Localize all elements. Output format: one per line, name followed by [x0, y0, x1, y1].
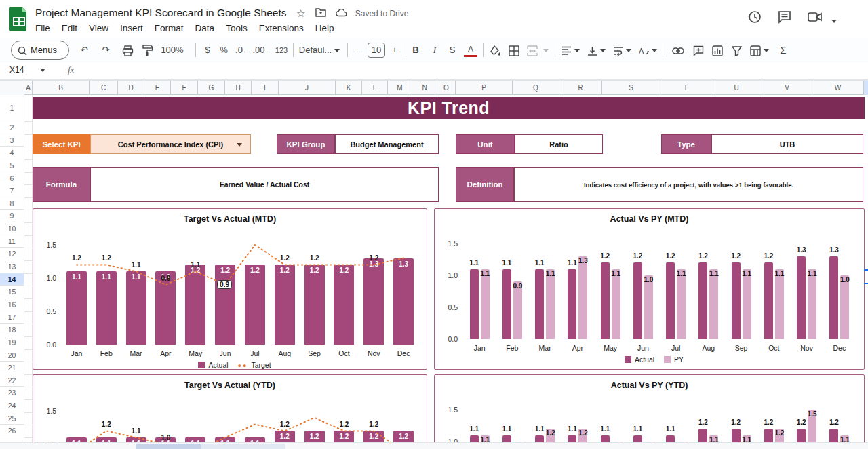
text-wrap-button[interactable] [610, 42, 633, 58]
fill-color-button[interactable] [487, 42, 503, 58]
column-header-P[interactable]: P [456, 81, 513, 95]
row-header-3[interactable]: 3 [0, 134, 24, 147]
chart-target-vs-actual-mtd-[interactable]: Target Vs Actual (MTD)0.00.51.01.51.11.1… [33, 208, 427, 370]
formula-value[interactable]: Earned Value / Actual Cost [90, 167, 439, 202]
column-header-D[interactable]: D [118, 81, 144, 95]
column-header-G[interactable]: G [198, 81, 225, 95]
chart-target-vs-actual-ytd-[interactable]: Target Vs Actual (YTD)0.00.51.01.51.11.1… [33, 374, 427, 449]
borders-button[interactable] [506, 42, 522, 58]
font-select[interactable]: Defaul... [298, 42, 340, 58]
row-header-14[interactable]: 14 [0, 273, 24, 286]
select-all-corner[interactable] [0, 81, 24, 95]
column-header-U[interactable]: U [711, 81, 762, 95]
functions-button[interactable]: Σ [776, 42, 791, 58]
row-header-20[interactable]: 20 [0, 349, 24, 362]
merge-cells-button[interactable] [526, 42, 549, 58]
fx-icon[interactable]: fx [68, 64, 74, 75]
saved-status[interactable]: Saved to Drive [355, 9, 409, 18]
toolbar-search-menus[interactable]: Menus [11, 41, 69, 60]
column-header-S[interactable]: S [602, 81, 660, 95]
column-header-C[interactable]: C [90, 81, 118, 95]
text-color-button[interactable]: A [464, 43, 477, 57]
increase-decimal-button[interactable]: .00→ [252, 42, 271, 58]
row-header-19[interactable]: 19 [0, 336, 24, 349]
bottom-band-segment-dark[interactable] [136, 444, 201, 449]
table-tools-button[interactable] [747, 42, 772, 58]
menu-insert[interactable]: Insert [120, 23, 143, 33]
row-header-24[interactable]: 24 [0, 399, 24, 412]
row-header-11[interactable]: 11 [0, 235, 24, 248]
doc-title[interactable]: Project Management KPI Scorecard in Goog… [35, 7, 286, 18]
row-header-15[interactable]: 15 [0, 286, 24, 298]
row-header-13[interactable]: 13 [0, 260, 24, 273]
redo-button[interactable]: ↷ [98, 42, 114, 58]
column-header-E[interactable]: E [144, 81, 171, 95]
zoom-select[interactable]: 100% [157, 42, 187, 58]
unit-value[interactable]: Ratio [515, 134, 603, 154]
column-header-O[interactable]: O [437, 81, 456, 95]
row-header-10[interactable]: 10 [0, 222, 24, 235]
italic-button[interactable]: I [429, 42, 441, 58]
text-rotation-button[interactable]: A [636, 42, 659, 58]
column-a-strip[interactable] [24, 95, 33, 449]
column-header-J[interactable]: J [279, 81, 336, 95]
row-header-7[interactable]: 7 [0, 184, 24, 197]
row-header-6[interactable]: 6 [0, 172, 24, 185]
version-history-icon[interactable] [747, 9, 764, 26]
undo-button[interactable]: ↶ [76, 42, 92, 58]
print-button[interactable] [119, 42, 136, 58]
format-currency-button[interactable]: $ [201, 42, 214, 58]
comments-icon[interactable] [777, 9, 793, 26]
chart-actual-vs-py-mtd-[interactable]: Actual Vs PY (MTD)0.00.51.01.51.11.11.11… [434, 208, 865, 370]
insert-chart-button[interactable] [709, 42, 726, 58]
kpi-trend-banner[interactable]: KPI Trend [33, 97, 865, 119]
menu-edit[interactable]: Edit [62, 23, 77, 33]
definition-value[interactable]: Indicates cost efficiency of a project, … [514, 167, 863, 202]
menu-data[interactable]: Data [195, 23, 215, 33]
more-formats-button[interactable]: 123 [273, 42, 290, 58]
row-header-21[interactable]: 21 [0, 362, 24, 374]
kpi-select-dropdown[interactable]: Cost Performance Index (CPI) [90, 134, 251, 154]
column-header-V[interactable]: V [762, 81, 812, 95]
column-header-W[interactable]: W [812, 81, 864, 95]
menu-help[interactable]: Help [315, 23, 334, 33]
insert-comment-button[interactable] [690, 42, 707, 58]
meet-dropdown-caret[interactable] [829, 15, 845, 31]
row-header-5[interactable]: 5 [0, 159, 24, 172]
column-header-A[interactable]: A [24, 81, 33, 95]
google-sheets-logo[interactable] [9, 7, 28, 31]
column-header-M[interactable]: M [388, 81, 412, 95]
row-header-17[interactable]: 17 [0, 311, 24, 324]
bold-button[interactable]: B [410, 42, 422, 58]
row-header-8[interactable]: 8 [0, 197, 24, 210]
decrease-decimal-button[interactable]: .0← [233, 42, 251, 58]
strikethrough-button[interactable]: S [446, 42, 458, 58]
column-header-R[interactable]: R [559, 81, 602, 95]
column-header-L[interactable]: L [362, 81, 388, 95]
column-header-I[interactable]: I [252, 81, 279, 95]
column-header-N[interactable]: N [412, 81, 437, 95]
star-icon[interactable]: ☆ [296, 7, 305, 20]
column-header-T[interactable]: T [660, 81, 711, 95]
create-filter-button[interactable] [728, 42, 745, 58]
column-header-H[interactable]: H [225, 81, 252, 95]
font-size-input[interactable]: 10 [368, 43, 385, 58]
row-header-1[interactable]: 1 [0, 95, 24, 121]
increase-font-size-button[interactable]: + [389, 42, 400, 58]
column-header-F[interactable]: F [171, 81, 198, 95]
meet-video-icon[interactable] [807, 9, 823, 26]
name-box[interactable]: X14 [9, 65, 50, 75]
menu-view[interactable]: View [89, 23, 108, 33]
row-header-9[interactable]: 9 [0, 210, 24, 222]
move-to-folder-icon[interactable] [315, 7, 326, 19]
row-header-23[interactable]: 23 [0, 387, 24, 399]
row-header-16[interactable]: 16 [0, 298, 24, 311]
row-header-18[interactable]: 18 [0, 324, 24, 336]
row-header-2[interactable]: 2 [0, 121, 24, 134]
chart-actual-vs-py-ytd-[interactable]: Actual Vs PY (YTD)0.00.51.01.51.11.11.11… [434, 374, 865, 449]
decrease-font-size-button[interactable]: − [354, 42, 365, 58]
column-header-B[interactable]: B [33, 81, 90, 95]
format-percent-button[interactable]: % [217, 42, 231, 58]
menu-format[interactable]: Format [155, 23, 184, 33]
row-header-26[interactable]: 26 [0, 425, 24, 437]
